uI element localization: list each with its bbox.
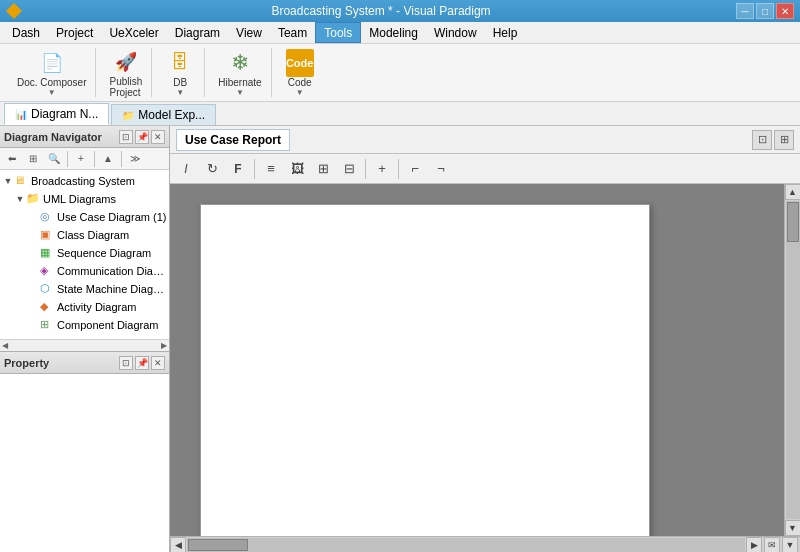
bracket2-button[interactable]: ¬ [429,157,453,181]
toolbar-group-hibernate: ❄ Hibernate ▼ [209,48,271,97]
window-controls: ─ □ ✕ [736,3,794,19]
bold-button[interactable]: F [226,157,250,181]
hibernate-icon: ❄ [226,49,254,77]
menu-view[interactable]: View [228,22,270,43]
h-scrollbar-thumb[interactable] [188,539,248,551]
status-icons: ✉ ▼ [762,537,800,553]
root-toggle[interactable]: ▼ [2,175,14,187]
refresh-button[interactable]: ↻ [200,157,224,181]
menu-dash[interactable]: Dash [4,22,48,43]
h-scrollbar-track[interactable] [187,538,745,552]
hibernate-button[interactable]: ❄ Hibernate ▼ [213,46,266,100]
left-panel: Diagram Navigator ⊡ 📌 ✕ ⬅ ⊞ 🔍 + ▲ ≫ [0,126,170,552]
menu-tools[interactable]: Tools [315,22,361,43]
component-icon: ⊞ [40,318,54,332]
tree-item-usecase[interactable]: ◎ Use Case Diagram (1) [0,208,169,226]
menu-project[interactable]: Project [48,22,101,43]
nav-scroll-left[interactable]: ◀ [2,341,8,350]
right-content-area: Use Case Report ⊡ ⊞ I ↻ F ≡ 🖼 ⊞ ⊟ + ⌐ ¬ [170,126,800,552]
scrollbar-thumb[interactable] [787,202,799,242]
title-bar: Broadcasting System * - Visual Paradigm … [0,0,800,22]
code-button[interactable]: Code Code ▼ [280,46,320,100]
nav-separator [67,151,68,167]
uml-toggle[interactable]: ▼ [14,193,26,205]
tree-item-class[interactable]: ▣ Class Diagram [0,226,169,244]
status-mail-icon[interactable]: ✉ [764,537,780,553]
nav-split-button[interactable]: ⊞ [23,150,43,168]
tree-item-state[interactable]: ⬡ State Machine Diagra... [0,280,169,298]
tree-item-communication[interactable]: ◈ Communication Diagra... [0,262,169,280]
scroll-down-arrow[interactable]: ▼ [785,520,801,536]
scroll-right-arrow[interactable]: ▶ [746,537,762,553]
float-button[interactable]: ⊡ [119,130,133,144]
close-button[interactable]: ✕ [776,3,794,19]
code-dropdown-arrow[interactable]: ▼ [296,88,304,97]
scroll-up-arrow[interactable]: ▲ [785,184,801,200]
use-case-report-tab[interactable]: Use Case Report [176,129,290,151]
layout-icon2[interactable]: ⊞ [774,130,794,150]
status-info-icon[interactable]: ▼ [782,537,798,553]
menu-diagram[interactable]: Diagram [167,22,228,43]
activity-icon: ◆ [40,300,54,314]
split-button[interactable]: ⊟ [337,157,361,181]
tree-item-component[interactable]: ⊞ Component Diagram [0,316,169,334]
nav-filter-button[interactable]: 🔍 [44,150,64,168]
report-toolbar: Use Case Report ⊡ ⊞ [170,126,800,154]
menu-window[interactable]: Window [426,22,485,43]
db-icon: 🗄 [166,49,194,77]
diagram-tree[interactable]: ▼ 🖥 Broadcasting System ▼ 📁 UML Diagrams… [0,170,169,339]
lines-button[interactable]: ≡ [259,157,283,181]
tree-item-sequence[interactable]: ▦ Sequence Diagram [0,244,169,262]
bottom-scrollbar: ◀ ▶ ✉ ▼ [170,536,800,552]
nav-more-button[interactable]: ≫ [125,150,145,168]
table-button[interactable]: ⊞ [311,157,335,181]
scrollbar-track[interactable] [786,201,800,519]
db-button[interactable]: 🗄 DB ▼ [160,46,200,100]
icon-sep2 [365,159,366,179]
layout-icon1[interactable]: ⊡ [752,130,772,150]
tree-root[interactable]: ▼ 🖥 Broadcasting System [0,172,169,190]
menu-team[interactable]: Team [270,22,315,43]
hibernate-dropdown-arrow[interactable]: ▼ [236,88,244,97]
tab-diagram-navigator[interactable]: 📊 Diagram N... [4,103,109,125]
doc-dropdown-arrow[interactable]: ▼ [48,88,56,97]
prop-close-button[interactable]: ✕ [151,356,165,370]
prop-float-button[interactable]: ⊡ [119,356,133,370]
canvas-wrapper: ▲ ▼ [170,184,800,536]
toolbar-group-code: Code Code ▼ [276,48,324,97]
pin-button[interactable]: 📌 [135,130,149,144]
menu-modeling[interactable]: Modeling [361,22,426,43]
image-button[interactable]: 🖼 [285,157,309,181]
tree-uml-folder[interactable]: ▼ 📁 UML Diagrams [0,190,169,208]
nav-up-button[interactable]: ▲ [98,150,118,168]
property-content [0,374,169,552]
add-row-button[interactable]: + [370,157,394,181]
nav-scroll-right[interactable]: ▶ [161,341,167,350]
scroll-left-arrow[interactable]: ◀ [170,537,186,553]
nav-back-button[interactable]: ⬅ [2,150,22,168]
toolbar: 📄 Doc. Composer ▼ 🚀 PublishProject 🗄 DB … [0,44,800,102]
property-panel-header: Property ⊡ 📌 ✕ [0,352,169,374]
comm-icon: ◈ [40,264,54,278]
prop-pin-button[interactable]: 📌 [135,356,149,370]
icon-sep3 [398,159,399,179]
tree-item-activity[interactable]: ◆ Activity Diagram [0,298,169,316]
close-panel-button[interactable]: ✕ [151,130,165,144]
publish-project-button[interactable]: 🚀 PublishProject [104,45,147,101]
app-title: Broadcasting System * - Visual Paradigm [26,4,736,18]
italic-button[interactable]: I [174,157,198,181]
report-icon-bar: I ↻ F ≡ 🖼 ⊞ ⊟ + ⌐ ¬ [170,154,800,184]
diagram-nav-tab-icon: 📊 [15,109,27,120]
minimize-button[interactable]: ─ [736,3,754,19]
db-dropdown-arrow[interactable]: ▼ [176,88,184,97]
maximize-button[interactable]: □ [756,3,774,19]
nav-add-button[interactable]: + [71,150,91,168]
doc-composer-button[interactable]: 📄 Doc. Composer ▼ [12,46,91,100]
menu-help[interactable]: Help [485,22,526,43]
uml-folder-icon: 📁 [26,192,40,206]
canvas-area[interactable] [170,184,784,536]
bracket1-button[interactable]: ⌐ [403,157,427,181]
tab-model-explorer[interactable]: 📁 Model Exp... [111,104,216,125]
right-scrollbar: ▲ ▼ [784,184,800,536]
menu-uexceler[interactable]: UeXceler [101,22,166,43]
